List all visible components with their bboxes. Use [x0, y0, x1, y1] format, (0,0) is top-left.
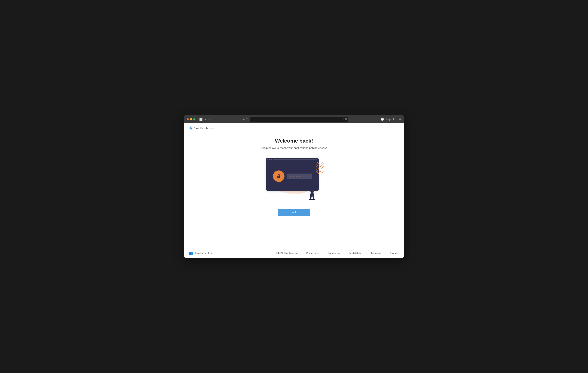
page-title: Welcome back! — [275, 138, 313, 144]
top-bar: Cloudflare Access — [184, 123, 404, 133]
illus-url-bar — [273, 159, 317, 160]
illus-titlebar — [266, 158, 319, 162]
illus-password-field: •••••••••• — [287, 174, 312, 179]
info-icon: ℹ — [343, 118, 344, 120]
back-button[interactable]: ‹ — [205, 117, 207, 121]
address-bar-icons: ℹ N — [343, 118, 347, 120]
brand-name: Cloudflare Access — [194, 127, 214, 130]
svg-point-6 — [309, 199, 312, 200]
copyright-text: © 2021 Cloudflare, Inc. — [274, 252, 300, 254]
footer-links: © 2021 Cloudflare, Inc. | Privacy Policy… — [274, 252, 399, 254]
cloudflare-logo — [189, 126, 193, 130]
main-content: Welcome back! Login below to reach your … — [184, 133, 404, 248]
illus-dot-2 — [269, 159, 270, 160]
address-bar[interactable]: ℹ N — [250, 117, 348, 122]
browser-controls: ⬜ ‹ › — [199, 117, 210, 121]
separator-1: | — [300, 252, 304, 254]
footer-brand: 👥 Cloudflare for Teams — [189, 251, 214, 255]
svg-rect-4 — [310, 185, 314, 192]
cloud-icon: ☁ — [243, 118, 245, 121]
contrast-icon[interactable]: ◑ — [388, 118, 391, 121]
svg-point-5 — [305, 188, 306, 189]
browser-window: ⬜ ‹ › ☁ 🛡 ℹ N 🕐 ℹ ◑ ⬆ + ⊞ — [184, 115, 404, 258]
shield-icon: 🛡 — [246, 118, 249, 121]
support-link[interactable]: Support — [388, 252, 399, 254]
history-icon[interactable]: 🕐 — [381, 118, 384, 121]
trademark-link[interactable]: Trademark — [369, 252, 383, 254]
illustration: •••••••••• — [263, 156, 325, 202]
separator-3: | — [343, 252, 347, 254]
footer-brand-name: Cloudflare for Teams — [194, 252, 214, 254]
tab-icon[interactable]: ⬜ — [199, 117, 203, 121]
terms-of-use-link[interactable]: Terms of Use — [326, 252, 343, 254]
grid-icon[interactable]: ⊞ — [399, 118, 401, 121]
separator-4: | — [364, 252, 369, 254]
separator-2: | — [322, 252, 326, 254]
share-icon[interactable]: ⬆ — [392, 118, 394, 121]
svg-point-7 — [312, 199, 315, 200]
privacy-policy-link[interactable]: Privacy Policy — [304, 252, 322, 254]
address-bar-area: ☁ 🛡 ℹ N — [212, 117, 379, 122]
close-button[interactable] — [187, 118, 189, 120]
separator-5: | — [383, 252, 388, 254]
svg-point-3 — [310, 182, 314, 185]
person-figure — [303, 181, 316, 202]
traffic-lights — [187, 118, 195, 120]
illus-dot-1 — [267, 159, 268, 160]
password-dots: •••••••••• — [289, 175, 303, 177]
new-tab-icon[interactable]: + — [396, 118, 398, 121]
illus-dot-3 — [271, 159, 272, 160]
page-content: Cloudflare Access Welcome back! Login be… — [184, 123, 404, 258]
lock-icon — [276, 174, 281, 179]
forward-button[interactable]: › — [208, 117, 210, 121]
login-button[interactable]: Login — [278, 209, 311, 216]
footer: 👥 Cloudflare for Teams © 2021 Cloudflare… — [184, 248, 404, 258]
plant-decoration — [315, 160, 324, 179]
notion-icon: N — [345, 118, 347, 120]
browser-chrome: ⬜ ‹ › ☁ 🛡 ℹ N 🕐 ℹ ◑ ⬆ + ⊞ — [184, 115, 404, 123]
svg-point-2 — [278, 176, 279, 177]
trust-safety-link[interactable]: Trust & Safety — [347, 252, 364, 254]
fullscreen-button[interactable] — [193, 118, 195, 120]
lock-circle — [273, 170, 284, 182]
illus-form: •••••••••• — [287, 174, 312, 179]
browser-toolbar-right: 🕐 ℹ ◑ ⬆ + ⊞ — [381, 118, 401, 121]
reader-icon[interactable]: ℹ — [386, 118, 387, 121]
teams-icon: 👥 — [189, 251, 193, 255]
minimize-button[interactable] — [190, 118, 192, 120]
page-subtitle: Login below to reach your applications b… — [261, 146, 327, 150]
